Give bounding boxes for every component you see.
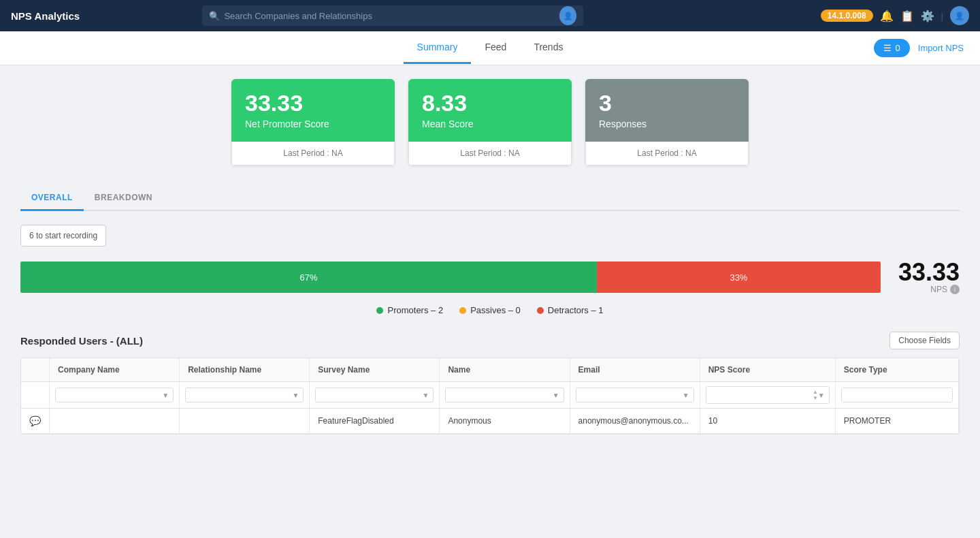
tab-trends[interactable]: Trends — [520, 32, 576, 64]
filter-survey-input[interactable] — [320, 390, 422, 400]
filter-name: ▼ — [440, 382, 570, 409]
queue-count: 0 — [896, 43, 900, 53]
col-company-name: Company Name — [50, 358, 180, 382]
version-badge: 14.1.0.008 — [821, 10, 873, 22]
main-tabs: Summary Feed Trends — [16, 32, 964, 64]
detractors-label: Detractors – 1 — [548, 305, 604, 315]
filter-checkbox-cell — [21, 382, 50, 409]
nav-right: 14.1.0.008 🔔 📋 ⚙️ | 👤 — [821, 6, 969, 25]
nps-last-period: Last Period : NA — [231, 142, 395, 165]
filter-email-icon[interactable]: ▼ — [683, 392, 689, 399]
stepper-down[interactable]: ▼ — [813, 395, 818, 401]
import-nps-button[interactable]: Import NPS — [918, 43, 964, 53]
main-content: 33.33 Net Promoter Score Last Period : N… — [0, 65, 980, 448]
col-relationship-name: Relationship Name — [180, 358, 310, 382]
queue-button[interactable]: ☰ 0 — [874, 39, 910, 57]
choose-fields-button[interactable]: Choose Fields — [889, 332, 960, 349]
queue-icon: ☰ — [883, 43, 892, 53]
legend-passives: Passives – 0 — [459, 305, 521, 315]
metric-cards: 33.33 Net Promoter Score Last Period : N… — [20, 79, 960, 165]
notification-icon[interactable]: 🔔 — [880, 10, 894, 22]
mean-last-period: Last Period : NA — [408, 142, 572, 165]
filter-email-input[interactable] — [581, 390, 683, 400]
nps-bar-section: 67% 33% 33.33 NPS i — [20, 260, 960, 294]
responses-last-period: Last Period : NA — [585, 142, 749, 165]
filter-company: ▼ — [50, 382, 180, 409]
filter-relationship-input[interactable] — [190, 390, 292, 400]
tooltip-hint: 6 to start recording — [20, 225, 106, 247]
sub-navigation: Summary Feed Trends ☰ 0 Import NPS — [0, 31, 980, 65]
filter-nps-input[interactable] — [710, 390, 813, 400]
row-company-name — [50, 409, 180, 434]
row-score-type: PROMOTER — [835, 409, 958, 434]
col-email: Email — [570, 358, 700, 382]
passives-dot — [459, 307, 466, 314]
row-survey-name: FeatureFlagDisabled — [310, 409, 440, 434]
filter-company-input[interactable] — [60, 390, 162, 400]
table-container: Company Name Relationship Name Survey Na… — [20, 358, 960, 434]
nps-bar: 67% 33% — [20, 262, 881, 293]
responses-card-top: 3 Responses — [585, 79, 749, 142]
responded-users-title: Responded Users - (ALL) — [20, 335, 143, 347]
col-survey-name: Survey Name — [310, 358, 440, 382]
responses-label: Responses — [599, 118, 735, 129]
settings-icon[interactable]: ⚙️ — [921, 10, 934, 22]
promoters-label: Promoters – 2 — [387, 305, 443, 315]
filter-score-type-input[interactable] — [846, 390, 948, 400]
filter-name-input[interactable] — [450, 390, 552, 400]
user-avatar[interactable]: 👤 — [950, 6, 969, 25]
info-icon: i — [950, 285, 960, 294]
filter-company-icon[interactable]: ▼ — [162, 392, 169, 399]
row-icon-cell: 💬 — [21, 409, 50, 434]
nps-card-top: 33.33 Net Promoter Score — [231, 79, 395, 142]
nps-score-label: NPS i — [892, 285, 960, 294]
tab-overall[interactable]: OVERALL — [20, 186, 84, 211]
nps-big-score: 33.33 — [892, 260, 960, 285]
col-checkbox — [21, 358, 50, 382]
sub-nav-actions: ☰ 0 Import NPS — [874, 39, 964, 57]
comment-icon[interactable]: 💬 — [29, 415, 41, 426]
mean-card-top: 8.33 Mean Score — [408, 79, 572, 142]
tab-breakdown[interactable]: BREAKDOWN — [84, 186, 163, 210]
table-row: 💬 FeatureFlagDisabled Anonymous anonymou… — [21, 409, 959, 434]
nps-score-value: 33.33 — [245, 91, 381, 114]
mean-score-value: 8.33 — [422, 91, 558, 114]
bookmark-icon[interactable]: 📋 — [900, 10, 914, 22]
responses-card: 3 Responses Last Period : NA — [585, 79, 749, 165]
tab-feed[interactable]: Feed — [471, 32, 520, 64]
stepper-up[interactable]: ▲ — [813, 389, 818, 395]
filter-survey-icon[interactable]: ▼ — [423, 392, 429, 399]
detractors-dot — [537, 307, 544, 314]
col-nps-score: NPS Score — [700, 358, 835, 382]
col-score-type: Score Type — [835, 358, 958, 382]
responses-value: 3 — [599, 91, 735, 114]
search-input[interactable] — [224, 11, 555, 21]
bar-detractors-label: 33% — [730, 272, 747, 283]
legend: Promoters – 2 Passives – 0 Detractors – … — [20, 305, 960, 315]
mean-score-card: 8.33 Mean Score Last Period : NA — [408, 79, 572, 165]
filter-nps-score: ▲ ▼ ▼ — [700, 382, 835, 409]
tab-summary[interactable]: Summary — [404, 32, 472, 64]
col-name: Name — [440, 358, 570, 382]
passives-label: Passives – 0 — [470, 305, 521, 315]
nps-card: 33.33 Net Promoter Score Last Period : N… — [231, 79, 395, 165]
row-email: anonymous@anonymous.co... — [570, 409, 700, 434]
filter-name-icon[interactable]: ▼ — [553, 392, 559, 399]
bar-promoters: 67% — [20, 262, 597, 293]
nav-divider: | — [941, 11, 943, 21]
legend-promoters: Promoters – 2 — [376, 305, 443, 315]
section-tabs: OVERALL BREAKDOWN — [20, 186, 960, 211]
avatar: 👤 — [559, 6, 576, 25]
filter-relationship-icon[interactable]: ▼ — [292, 392, 299, 399]
app-title: NPS Analytics — [11, 10, 80, 22]
filter-email: ▼ — [570, 382, 700, 409]
score-stepper[interactable]: ▲ ▼ — [813, 389, 818, 401]
filter-relationship: ▼ — [180, 382, 310, 409]
row-nps-score: 10 — [700, 409, 835, 434]
filter-nps-icon[interactable]: ▼ — [818, 392, 825, 399]
filter-survey: ▼ — [310, 382, 440, 409]
users-table: Company Name Relationship Name Survey Na… — [21, 358, 959, 434]
nps-score-display: 33.33 NPS i — [892, 260, 960, 294]
search-bar[interactable]: 🔍 👤 — [202, 5, 583, 26]
search-icon: 🔍 — [209, 11, 220, 21]
